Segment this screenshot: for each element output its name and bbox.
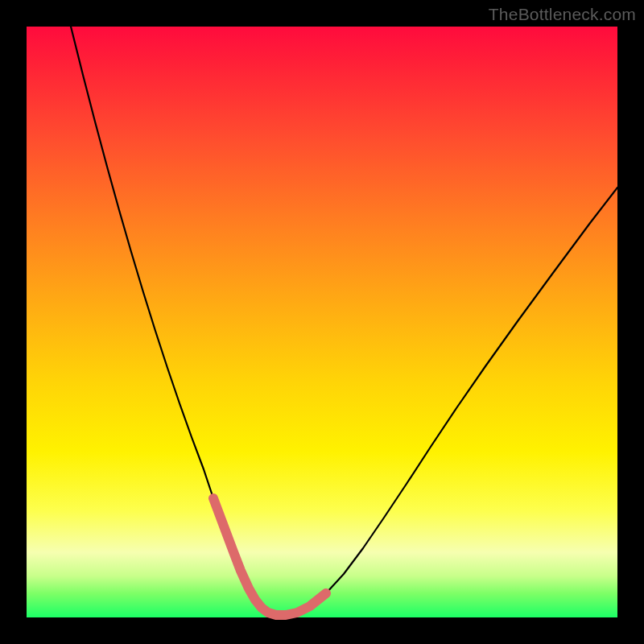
outer-frame: TheBottleneck.com	[0, 0, 644, 644]
bottom-highlight	[213, 498, 326, 615]
curve-layer	[27, 27, 617, 617]
bottleneck-curve	[71, 27, 617, 615]
watermark-text: TheBottleneck.com	[489, 5, 636, 24]
plot-area	[27, 27, 617, 617]
